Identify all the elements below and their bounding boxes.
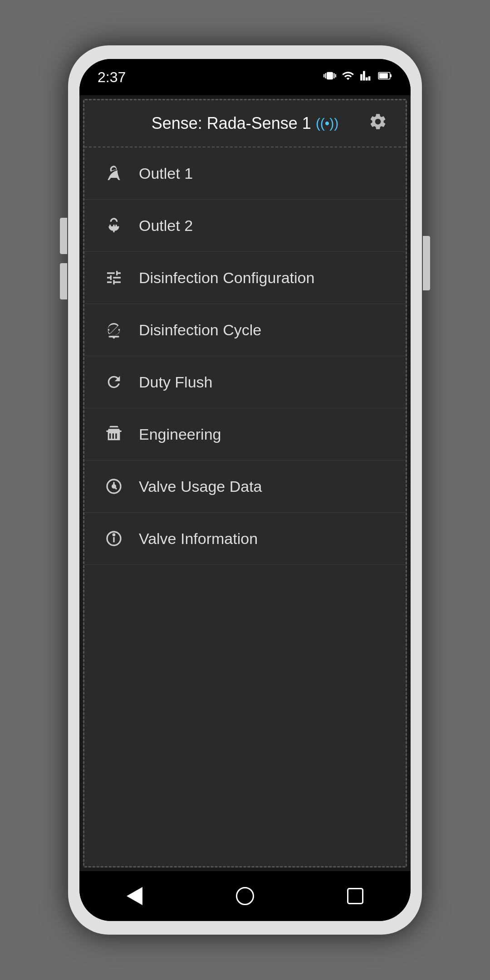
menu-item-outlet-1[interactable]: Outlet 1 xyxy=(84,147,406,200)
disinfection-config-label: Disinfection Configuration xyxy=(139,269,314,287)
svg-rect-2 xyxy=(379,73,388,78)
duty-flush-label: Duty Flush xyxy=(139,373,213,391)
phone-screen: 2:37 xyxy=(79,59,411,921)
wifi-icon xyxy=(342,69,354,85)
recents-icon xyxy=(347,888,363,904)
app-header: Sense: Rada-Sense 1 ((•)) xyxy=(84,100,406,147)
outlet1-icon xyxy=(103,162,125,185)
valve-info-label: Valve Information xyxy=(139,530,258,548)
home-icon xyxy=(236,887,254,905)
outlet-2-label: Outlet 2 xyxy=(139,217,193,235)
svg-rect-1 xyxy=(390,74,392,77)
device-name: Sense: Rada-Sense 1 xyxy=(152,114,311,133)
power-button[interactable] xyxy=(423,236,430,290)
info-icon xyxy=(103,527,125,550)
status-icons xyxy=(323,69,392,85)
valve-usage-label: Valve Usage Data xyxy=(139,478,262,495)
vibrate-icon xyxy=(323,69,336,85)
menu-item-valve-info[interactable]: Valve Information xyxy=(84,513,406,565)
menu-item-engineering[interactable]: Engineering xyxy=(84,408,406,461)
engineering-label: Engineering xyxy=(139,426,221,443)
menu-item-disinfection-config[interactable]: Disinfection Configuration xyxy=(84,252,406,304)
back-button[interactable] xyxy=(121,882,148,910)
menu-item-valve-usage[interactable]: Valve Usage Data xyxy=(84,461,406,513)
phone-frame: 2:37 xyxy=(68,45,422,935)
volume-up-button[interactable] xyxy=(60,218,67,254)
menu-item-outlet-2[interactable]: Outlet 2 xyxy=(84,200,406,252)
app-content: Sense: Rada-Sense 1 ((•)) xyxy=(83,99,407,867)
svg-point-9 xyxy=(113,534,114,535)
menu-list: Outlet 1 Outlet 2 xyxy=(84,147,406,866)
signal-icon xyxy=(360,69,372,85)
volume-down-button[interactable] xyxy=(60,263,67,299)
bottom-nav xyxy=(79,871,411,921)
home-button[interactable] xyxy=(231,882,259,910)
back-icon xyxy=(127,887,142,905)
bluetooth-signal: ((•)) xyxy=(316,116,338,131)
battery-icon xyxy=(378,69,392,85)
usage-icon xyxy=(103,475,125,498)
menu-item-disinfection-cycle[interactable]: Disinfection Cycle xyxy=(84,304,406,356)
status-time: 2:37 xyxy=(98,69,126,86)
svg-point-4 xyxy=(113,336,115,338)
disinfection-icon xyxy=(103,318,125,341)
outlet-1-label: Outlet 1 xyxy=(139,165,193,182)
outlet2-icon xyxy=(103,214,125,237)
engineering-icon xyxy=(103,423,125,446)
refresh-icon xyxy=(103,371,125,393)
settings-button[interactable] xyxy=(368,112,387,135)
disinfection-cycle-label: Disinfection Cycle xyxy=(139,321,261,339)
svg-point-6 xyxy=(112,484,116,489)
sliders-icon xyxy=(103,266,125,289)
status-bar: 2:37 xyxy=(79,59,411,95)
header-title-container: Sense: Rada-Sense 1 ((•)) xyxy=(152,114,339,133)
recents-button[interactable] xyxy=(342,882,369,910)
menu-item-duty-flush[interactable]: Duty Flush xyxy=(84,356,406,408)
